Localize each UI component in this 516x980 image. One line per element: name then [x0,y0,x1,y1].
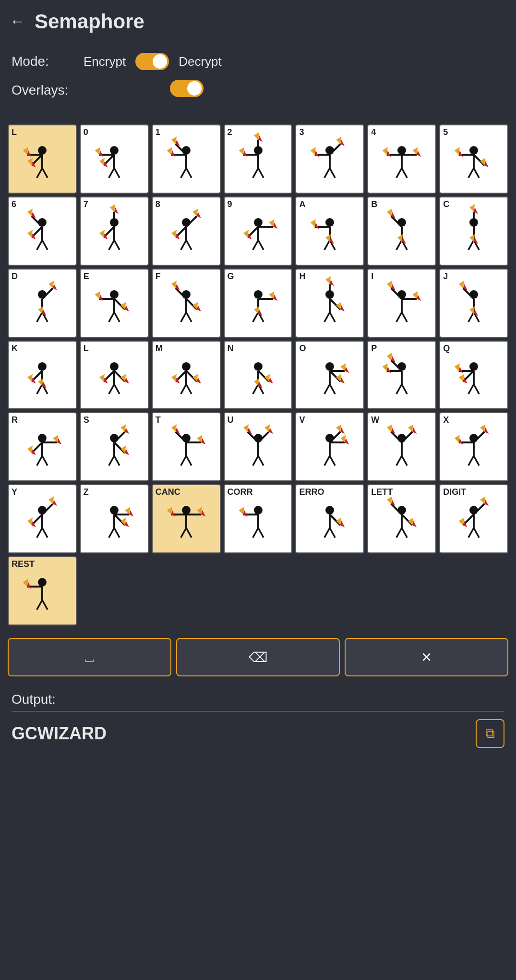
semaphore-cell-l[interactable]: L [8,124,77,194]
mode-toggle-knob [153,54,167,69]
semaphore-cell-5[interactable]: 5 [439,124,508,194]
semaphore-cell-b[interactable]: B [367,196,436,266]
semaphore-figure [87,132,141,186]
semaphore-cell-corr[interactable]: CORR [224,484,293,553]
semaphore-figure [447,492,501,546]
mode-toggle[interactable] [135,53,169,70]
back-button[interactable]: ← [10,12,25,30]
semaphore-cell-p[interactable]: P [367,341,436,410]
semaphore-figure [159,276,213,330]
semaphore-figure [15,204,69,258]
semaphore-cell-2[interactable]: 2 [224,124,293,194]
semaphore-cell-l2[interactable]: L [80,341,149,410]
cell-label: O [299,343,306,354]
cell-label: 7 [84,199,88,209]
semaphore-figure [231,276,285,330]
cell-label: A [299,199,305,209]
cell-label: V [299,415,305,425]
semaphore-cell-1[interactable]: 1 [152,124,221,194]
semaphore-cell-q[interactable]: Q [439,341,508,410]
semaphore-cell-k[interactable]: K [8,341,77,410]
semaphore-cell-8[interactable]: 8 [152,196,221,266]
semaphore-cell-g[interactable]: G [224,269,293,338]
svg-point-233 [38,362,47,371]
semaphore-cell-4[interactable]: 4 [367,124,436,194]
semaphore-figure [159,204,213,258]
cell-label: Q [443,343,450,354]
cell-label: L [12,127,17,137]
semaphore-cell-t[interactable]: T [152,412,221,481]
semaphore-cell-digit[interactable]: DIGIT [439,484,508,553]
semaphore-cell-f[interactable]: F [152,269,221,338]
svg-point-123 [325,218,334,227]
cell-label: R [12,415,18,425]
semaphore-figure [375,420,429,474]
semaphore-figure [375,132,429,186]
semaphore-cell-c[interactable]: C [439,196,508,266]
semaphore-figure [159,492,213,546]
cell-label: B [371,199,377,209]
semaphore-cell-j[interactable]: J [439,269,508,338]
semaphore-cell-n[interactable]: N [224,341,293,410]
cell-label: T [156,415,161,425]
cell-label: X [443,415,449,425]
semaphore-cell-7[interactable]: 7 [80,196,149,266]
cell-label: LETT [371,487,393,497]
semaphore-figure [159,348,213,402]
overlays-toggle[interactable] [170,80,204,97]
copy-button[interactable]: ⧉ [476,719,504,748]
semaphore-cell-v[interactable]: V [295,412,364,481]
clear-icon: ✕ [421,649,432,665]
semaphore-cell-erro[interactable]: ERRO [295,484,364,553]
svg-point-189 [254,290,263,299]
semaphore-figure [15,492,69,546]
clear-button[interactable]: ✕ [345,638,508,676]
semaphore-cell-h[interactable]: H [295,269,364,338]
svg-point-299 [469,362,478,371]
semaphore-figure [87,276,141,330]
svg-point-244 [110,362,119,371]
cell-label: 3 [299,127,304,137]
semaphore-cell-m[interactable]: M [152,341,221,410]
semaphore-cell-d[interactable]: D [8,269,77,338]
svg-point-409 [182,506,191,514]
semaphore-grid-area: L 0 [0,120,516,630]
mode-row: Mode: Encrypt Decrypt [12,53,504,70]
semaphore-cell-lett[interactable]: LETT [367,484,436,553]
semaphore-cell-w[interactable]: W [367,412,436,481]
semaphore-cell-y[interactable]: Y [8,484,77,553]
semaphore-figure [159,420,213,474]
semaphore-figure [15,348,69,402]
semaphore-cell-x[interactable]: X [439,412,508,481]
semaphore-figure [447,204,501,258]
semaphore-figure [15,276,69,330]
semaphore-cell-9[interactable]: 9 [224,196,293,266]
cell-label: 4 [371,127,376,137]
semaphore-figure [231,492,285,546]
mode-label: Mode: [12,54,74,69]
semaphore-cell-i[interactable]: I [367,269,436,338]
semaphore-cell-r[interactable]: R [8,412,77,481]
semaphore-cell-s[interactable]: S [80,412,149,481]
semaphore-cell-rest[interactable]: REST [8,556,77,625]
semaphore-cell-e[interactable]: E [80,269,149,338]
semaphore-figure [303,204,357,258]
semaphore-figure [87,348,141,402]
semaphore-cell-canc[interactable]: CANC [152,484,221,553]
space-button[interactable]: ⎵ [8,638,171,676]
semaphore-cell-3[interactable]: 3 [295,124,364,194]
cell-label: REST [12,559,35,569]
svg-point-167 [110,290,119,299]
semaphore-cell-a[interactable]: A [295,196,364,266]
controls-section: Mode: Encrypt Decrypt Overlays: [0,43,516,120]
semaphore-cell-o[interactable]: O [295,341,364,410]
semaphore-cell-6[interactable]: 6 [8,196,77,266]
semaphore-cell-u[interactable]: U [224,412,293,481]
svg-point-420 [254,506,263,514]
cell-label: D [12,271,18,282]
semaphore-cell-0[interactable]: 0 [80,124,149,194]
cell-label: 0 [84,127,88,137]
cell-label: S [84,415,89,425]
semaphore-cell-z[interactable]: Z [80,484,149,553]
backspace-button[interactable]: ⌫ [176,638,340,676]
